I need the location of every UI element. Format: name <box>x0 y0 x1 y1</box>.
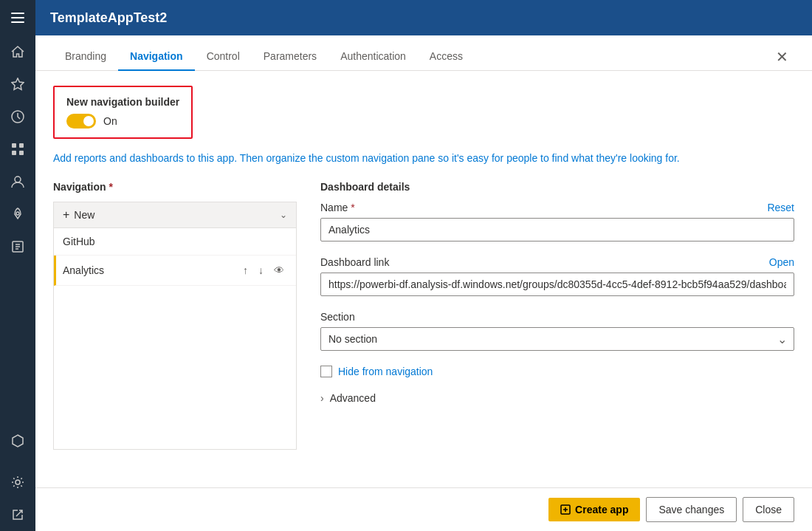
nav-item-actions: ↑ ↓ 👁 <box>240 263 287 278</box>
navigation-section-title: Navigation * <box>53 181 297 193</box>
sidebar <box>0 0 35 531</box>
section-dropdown[interactable]: No section <box>320 327 794 351</box>
svg-point-8 <box>15 177 21 182</box>
section-label: Section <box>320 311 794 323</box>
home-icon[interactable] <box>0 35 35 68</box>
name-field-row: Name * Reset <box>320 202 794 241</box>
learn-icon[interactable] <box>0 230 35 263</box>
tab-access[interactable]: Access <box>418 41 475 71</box>
svg-point-11 <box>16 480 20 484</box>
left-panel: Navigation * + New ⌄ GitHub <box>53 181 297 450</box>
dashboard-link-field-row: Dashboard link Open <box>320 256 794 296</box>
nav-item-github-label: GitHub <box>63 236 95 247</box>
chevron-down-icon: ⌄ <box>280 210 287 220</box>
menu-icon[interactable] <box>0 0 35 35</box>
name-required-star: * <box>351 202 354 213</box>
hide-from-nav-row: Hide from navigation <box>320 366 794 377</box>
recent-icon[interactable] <box>0 100 35 133</box>
open-link[interactable]: Open <box>769 256 794 268</box>
info-text-content: Add reports and dashboards to this app. … <box>53 152 680 164</box>
dashboard-link-input[interactable] <box>320 273 794 296</box>
dashboard-details-title: Dashboard details <box>320 181 794 193</box>
tab-navigation[interactable]: Navigation <box>118 41 195 71</box>
info-text: Add reports and dashboards to this app. … <box>53 151 794 166</box>
nav-list: GitHub Analytics ↑ ↓ 👁 <box>53 228 297 450</box>
name-input[interactable] <box>320 218 794 241</box>
right-panel: Dashboard details Name * Reset Dashboard… <box>320 181 794 450</box>
workspaces-icon[interactable] <box>0 425 35 457</box>
app-title: TemplateAppTest2 <box>50 10 167 26</box>
tab-control[interactable]: Control <box>195 41 252 71</box>
svg-rect-2 <box>11 21 24 23</box>
rocket-icon[interactable] <box>0 198 35 230</box>
two-col-layout: Navigation * + New ⌄ GitHub <box>53 181 794 450</box>
name-field-label: Name * Reset <box>320 202 794 213</box>
create-app-button[interactable]: Create app <box>548 498 640 521</box>
nav-builder-toggle[interactable] <box>66 114 96 129</box>
footer-bar: Create app Save changes Close <box>35 487 812 531</box>
save-changes-button[interactable]: Save changes <box>646 497 737 522</box>
toggle-state-label: On <box>103 115 117 127</box>
nav-item-analytics-label: Analytics <box>63 264 104 276</box>
svg-rect-0 <box>11 13 24 14</box>
chevron-right-icon: › <box>320 392 324 404</box>
dialog-container: Branding Navigation Control Parameters A… <box>35 35 812 531</box>
svg-rect-4 <box>12 143 16 148</box>
section-select-wrapper: No section <box>320 327 794 351</box>
tab-authentication[interactable]: Authentication <box>328 41 418 71</box>
close-icon[interactable]: ✕ <box>770 44 794 70</box>
new-btn-left: + New <box>63 208 94 222</box>
tabs-bar: Branding Navigation Control Parameters A… <box>35 35 812 71</box>
dashboard-link-label: Dashboard link Open <box>320 256 794 268</box>
advanced-label: Advanced <box>330 392 376 404</box>
title-bar: TemplateAppTest2 <box>35 0 812 35</box>
new-btn-label: New <box>74 209 94 221</box>
new-button[interactable]: + New ⌄ <box>53 202 297 228</box>
create-icon <box>560 504 571 515</box>
svg-rect-5 <box>19 143 24 148</box>
svg-rect-7 <box>19 151 24 155</box>
move-up-icon[interactable]: ↑ <box>240 263 251 278</box>
nav-builder-label: New navigation builder <box>66 96 179 108</box>
required-star: * <box>109 181 112 193</box>
svg-point-9 <box>16 212 19 215</box>
tab-parameters[interactable]: Parameters <box>252 41 328 71</box>
svg-rect-1 <box>11 17 24 18</box>
apps-icon[interactable] <box>0 133 35 165</box>
people-icon[interactable] <box>0 165 35 198</box>
tab-branding[interactable]: Branding <box>53 41 118 71</box>
favorites-icon[interactable] <box>0 68 35 100</box>
move-down-icon[interactable]: ↓ <box>255 263 266 278</box>
hide-from-nav-checkbox[interactable] <box>320 366 332 377</box>
dialog-body: New navigation builder On Add reports an… <box>35 71 812 487</box>
svg-rect-6 <box>12 151 16 155</box>
section-field-row: Section No section <box>320 311 794 351</box>
main-content: TemplateAppTest2 Branding Navigation Con… <box>35 0 812 531</box>
settings-icon[interactable] <box>0 466 35 499</box>
advanced-row[interactable]: › Advanced <box>320 392 794 404</box>
plus-icon: + <box>63 208 69 222</box>
toggle-row: On <box>66 114 179 129</box>
nav-item-github[interactable]: GitHub <box>54 228 296 256</box>
close-button[interactable]: Close <box>743 497 794 522</box>
external-icon[interactable] <box>0 499 35 531</box>
more-options-icon[interactable]: 👁 <box>271 263 287 278</box>
hide-from-nav-label[interactable]: Hide from navigation <box>338 366 433 377</box>
nav-builder-box: New navigation builder On <box>53 86 193 139</box>
nav-item-analytics[interactable]: Analytics ↑ ↓ 👁 <box>54 256 296 286</box>
reset-link[interactable]: Reset <box>767 202 794 213</box>
